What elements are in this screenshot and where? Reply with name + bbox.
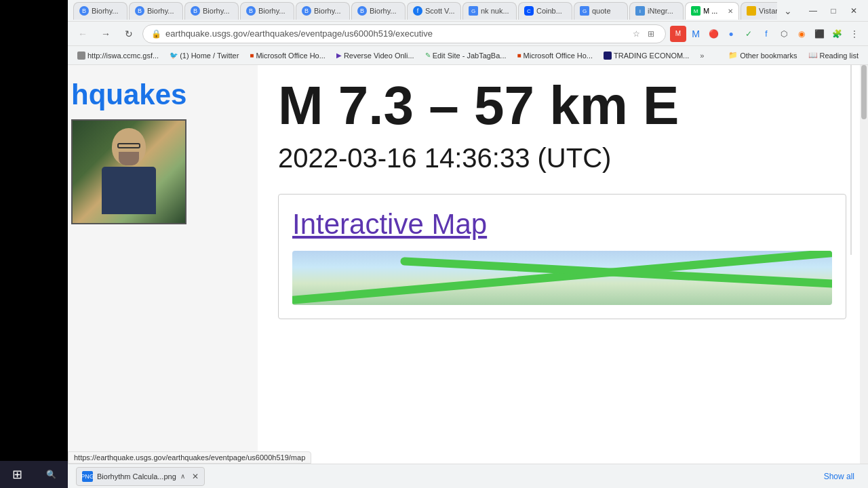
folder-icon: 📁	[728, 51, 738, 60]
reading-list-label: Reading list	[820, 52, 859, 60]
tab-quote[interactable]: G quote	[574, 2, 628, 20]
bookmark-favicon-trading	[604, 52, 612, 60]
minimize-button[interactable]: —	[804, 2, 822, 20]
tab-label-5: Biorhy...	[370, 7, 397, 15]
extension-icon-5[interactable]: ⬡	[776, 26, 792, 42]
qr-code-icon[interactable]: ⊞	[645, 28, 657, 40]
tab-favicon-5: B	[357, 6, 367, 16]
site-title: hquakes	[68, 79, 186, 111]
download-expand-icon[interactable]: ∧	[180, 472, 185, 480]
bookmark-favicon-ms2: ■	[517, 52, 521, 59]
bookmark-label-ms2: Microsoft Office Ho...	[524, 52, 593, 60]
show-all-button[interactable]: Show all	[818, 469, 860, 484]
bookmark-star-icon[interactable]: ☆	[630, 28, 642, 40]
bookmark-favicon-rv: ▶	[336, 52, 342, 59]
earthquake-title: M 7.3 – 57 km E	[278, 79, 846, 133]
bookmark-favicon-twitter: 🐦	[170, 52, 178, 59]
forward-button[interactable]: →	[96, 24, 115, 43]
page-inner: hquakes	[68, 65, 868, 488]
tab-label-1: Biorhy...	[147, 7, 174, 15]
download-close-button[interactable]: ✕	[192, 472, 199, 481]
bookmark-label-ms1: Microsoft Office Ho...	[256, 52, 326, 60]
bookmark-favicon-edit: ✎	[425, 52, 431, 59]
bookmark-label-edit: Edit Site - JabTagBa...	[433, 52, 507, 60]
tab-label-fb: Scott V...	[425, 7, 455, 15]
bookmark-rv[interactable]: ▶ Reverse Video Onli...	[332, 50, 418, 61]
page-content: hquakes	[68, 65, 868, 488]
close-button[interactable]: ✕	[845, 2, 863, 20]
map-preview	[292, 251, 832, 305]
extensions-puzzle-icon[interactable]: 🧩	[829, 26, 845, 42]
lock-icon: 🔒	[151, 29, 161, 39]
tab-coin[interactable]: C Coinb...	[518, 2, 572, 20]
extensions-icon[interactable]: M	[670, 26, 686, 42]
bookmark-label-rv: Reverse Video Onli...	[344, 52, 414, 60]
reading-list-button[interactable]: 📖 Reading list	[804, 49, 863, 61]
browser-window: B Biorhy... B Biorhy... B Biorhy... B Bi…	[68, 0, 868, 488]
extension-icon-6[interactable]: ◉	[793, 26, 810, 42]
tab-3[interactable]: B Biorhy...	[240, 2, 294, 20]
window-controls: — □ ✕	[804, 2, 863, 20]
person-figure	[95, 128, 163, 216]
bookmark-favicon-ms1: ■	[250, 52, 254, 59]
back-button[interactable]: ←	[73, 24, 92, 43]
bookmark-label-trading: TRADING ECONOM...	[614, 52, 689, 60]
bookmark-edit[interactable]: ✎ Edit Site - JabTagBa...	[421, 50, 511, 61]
profile-icon[interactable]: M	[688, 26, 704, 42]
extension-icon-3[interactable]: ✓	[741, 26, 757, 42]
taskbar: ⊞ 🔍	[0, 461, 68, 488]
tab-close-active[interactable]: ✕	[728, 7, 733, 15]
tab-overflow-button[interactable]: ⌄	[780, 3, 796, 19]
bookmarks-overflow-button[interactable]: »	[697, 50, 707, 61]
tab-label-4: Biorhy...	[314, 7, 341, 15]
tab-v[interactable]: Vistar...	[741, 2, 777, 20]
download-item: PNG Biorhythm Calcula...png ∧ ✕	[76, 467, 205, 486]
bookmark-favicon-usgs	[77, 52, 85, 60]
separator-line	[850, 65, 852, 255]
tab-favicon-active: M	[691, 6, 701, 16]
webcam-image	[73, 121, 185, 223]
bookmark-trading[interactable]: TRADING ECONOM...	[599, 50, 693, 61]
tab-label-2: Biorhy...	[203, 7, 230, 15]
tab-fb[interactable]: f Scott V...	[407, 2, 461, 20]
extension-icon-4[interactable]: f	[758, 26, 774, 42]
tab-label-active: M ...	[703, 7, 717, 15]
tab-favicon-quote: G	[580, 6, 589, 16]
extension-icon-7[interactable]: ⬛	[811, 26, 827, 42]
tab-2[interactable]: B Biorhy...	[184, 2, 239, 20]
tab-strip: B Biorhy... B Biorhy... B Biorhy... B Bi…	[73, 2, 777, 20]
maximize-button[interactable]: □	[825, 2, 842, 20]
tab-5[interactable]: B Biorhy...	[351, 2, 406, 20]
start-button[interactable]: ⊞	[12, 467, 22, 482]
search-bar-taskbar[interactable]: 🔍	[46, 470, 56, 479]
interactive-map-link[interactable]: Interactive Map	[292, 208, 832, 241]
left-panel: hquakes	[68, 65, 258, 488]
address-bar[interactable]: 🔒 earthquake.usgs.gov/earthquakes/eventp…	[142, 24, 666, 43]
tab-label-v: Vistar...	[759, 7, 777, 15]
tab-active[interactable]: M M ... ✕	[685, 2, 739, 20]
tab-4[interactable]: B Biorhy...	[296, 2, 350, 20]
reload-button[interactable]: ↻	[119, 24, 138, 43]
tab-0[interactable]: B Biorhy...	[73, 2, 127, 20]
bookmark-ms2[interactable]: ■ Microsoft Office Ho...	[513, 50, 597, 61]
tab-1[interactable]: B Biorhy...	[129, 2, 183, 20]
title-bar: B Biorhy... B Biorhy... B Biorhy... B Bi…	[68, 0, 868, 22]
scrollbar-track[interactable]	[860, 65, 868, 488]
extension-icon-1[interactable]: 🔴	[705, 26, 722, 42]
tab-i[interactable]: i iNtegr...	[629, 2, 684, 20]
extension-icon-2[interactable]: ●	[723, 26, 739, 42]
bookmarks-bar: http://iswa.ccmc.gsf... 🐦 (1) Home / Twi…	[68, 46, 868, 65]
bookmark-label-usgs: http://iswa.ccmc.gsf...	[87, 52, 159, 60]
bookmark-twitter[interactable]: 🐦 (1) Home / Twitter	[165, 50, 243, 61]
downloads-bar: PNG Biorhythm Calcula...png ∧ ✕ Show all	[68, 464, 868, 488]
tab-favicon-1: B	[135, 6, 144, 16]
settings-menu-icon[interactable]: ⋮	[846, 26, 863, 42]
bookmark-ms1[interactable]: ■ Microsoft Office Ho...	[245, 50, 330, 61]
tab-g[interactable]: G nk nuk...	[462, 2, 517, 20]
other-bookmarks-button[interactable]: 📁 Other bookmarks	[724, 49, 801, 61]
tab-favicon-g: G	[469, 6, 478, 16]
scrollbar-thumb[interactable]	[861, 65, 867, 119]
person-body	[102, 167, 156, 214]
tab-label-0: Biorhy...	[92, 7, 119, 15]
bookmark-usgs[interactable]: http://iswa.ccmc.gsf...	[73, 50, 163, 61]
